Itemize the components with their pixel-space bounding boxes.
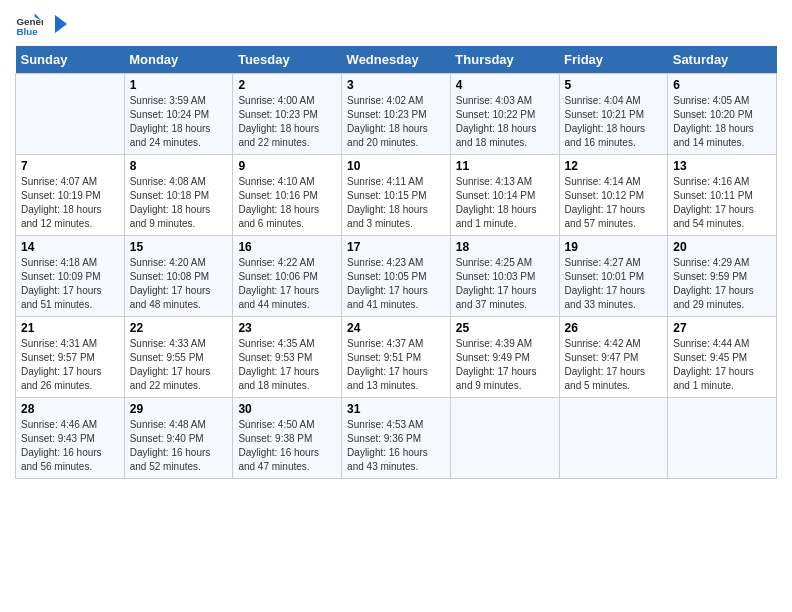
- weekday-header-wednesday: Wednesday: [342, 46, 451, 74]
- calendar-cell: 15Sunrise: 4:20 AM Sunset: 10:08 PM Dayl…: [124, 236, 233, 317]
- day-number: 30: [238, 402, 336, 416]
- day-number: 23: [238, 321, 336, 335]
- calendar-cell: 1Sunrise: 3:59 AM Sunset: 10:24 PM Dayli…: [124, 74, 233, 155]
- logo-icon: General Blue: [15, 10, 43, 38]
- day-number: 18: [456, 240, 554, 254]
- day-info: Sunrise: 4:10 AM Sunset: 10:16 PM Daylig…: [238, 175, 336, 231]
- day-number: 7: [21, 159, 119, 173]
- calendar-cell: 20Sunrise: 4:29 AM Sunset: 9:59 PM Dayli…: [668, 236, 777, 317]
- calendar-cell: 2Sunrise: 4:00 AM Sunset: 10:23 PM Dayli…: [233, 74, 342, 155]
- calendar-cell: 6Sunrise: 4:05 AM Sunset: 10:20 PM Dayli…: [668, 74, 777, 155]
- day-info: Sunrise: 4:02 AM Sunset: 10:23 PM Daylig…: [347, 94, 445, 150]
- day-info: Sunrise: 4:46 AM Sunset: 9:43 PM Dayligh…: [21, 418, 119, 474]
- day-info: Sunrise: 4:50 AM Sunset: 9:38 PM Dayligh…: [238, 418, 336, 474]
- calendar-cell: 17Sunrise: 4:23 AM Sunset: 10:05 PM Dayl…: [342, 236, 451, 317]
- day-info: Sunrise: 4:39 AM Sunset: 9:49 PM Dayligh…: [456, 337, 554, 393]
- calendar-cell: [16, 74, 125, 155]
- weekday-header-sunday: Sunday: [16, 46, 125, 74]
- day-number: 25: [456, 321, 554, 335]
- calendar-cell: 26Sunrise: 4:42 AM Sunset: 9:47 PM Dayli…: [559, 317, 668, 398]
- calendar-week-row: 28Sunrise: 4:46 AM Sunset: 9:43 PM Dayli…: [16, 398, 777, 479]
- calendar-cell: 31Sunrise: 4:53 AM Sunset: 9:36 PM Dayli…: [342, 398, 451, 479]
- day-number: 14: [21, 240, 119, 254]
- day-info: Sunrise: 4:35 AM Sunset: 9:53 PM Dayligh…: [238, 337, 336, 393]
- calendar-cell: 12Sunrise: 4:14 AM Sunset: 10:12 PM Dayl…: [559, 155, 668, 236]
- day-info: Sunrise: 4:11 AM Sunset: 10:15 PM Daylig…: [347, 175, 445, 231]
- calendar-cell: 16Sunrise: 4:22 AM Sunset: 10:06 PM Dayl…: [233, 236, 342, 317]
- day-info: Sunrise: 4:27 AM Sunset: 10:01 PM Daylig…: [565, 256, 663, 312]
- day-number: 20: [673, 240, 771, 254]
- weekday-header-row: SundayMondayTuesdayWednesdayThursdayFrid…: [16, 46, 777, 74]
- calendar-week-row: 21Sunrise: 4:31 AM Sunset: 9:57 PM Dayli…: [16, 317, 777, 398]
- day-number: 27: [673, 321, 771, 335]
- day-info: Sunrise: 4:25 AM Sunset: 10:03 PM Daylig…: [456, 256, 554, 312]
- calendar-table: SundayMondayTuesdayWednesdayThursdayFrid…: [15, 46, 777, 479]
- day-number: 26: [565, 321, 663, 335]
- day-info: Sunrise: 4:07 AM Sunset: 10:19 PM Daylig…: [21, 175, 119, 231]
- calendar-cell: 24Sunrise: 4:37 AM Sunset: 9:51 PM Dayli…: [342, 317, 451, 398]
- day-info: Sunrise: 4:53 AM Sunset: 9:36 PM Dayligh…: [347, 418, 445, 474]
- calendar-cell: [450, 398, 559, 479]
- day-number: 31: [347, 402, 445, 416]
- day-info: Sunrise: 4:20 AM Sunset: 10:08 PM Daylig…: [130, 256, 228, 312]
- day-info: Sunrise: 4:16 AM Sunset: 10:11 PM Daylig…: [673, 175, 771, 231]
- calendar-cell: 23Sunrise: 4:35 AM Sunset: 9:53 PM Dayli…: [233, 317, 342, 398]
- day-info: Sunrise: 3:59 AM Sunset: 10:24 PM Daylig…: [130, 94, 228, 150]
- day-info: Sunrise: 4:23 AM Sunset: 10:05 PM Daylig…: [347, 256, 445, 312]
- day-number: 6: [673, 78, 771, 92]
- day-info: Sunrise: 4:42 AM Sunset: 9:47 PM Dayligh…: [565, 337, 663, 393]
- calendar-cell: 11Sunrise: 4:13 AM Sunset: 10:14 PM Dayl…: [450, 155, 559, 236]
- day-info: Sunrise: 4:13 AM Sunset: 10:14 PM Daylig…: [456, 175, 554, 231]
- calendar-week-row: 1Sunrise: 3:59 AM Sunset: 10:24 PM Dayli…: [16, 74, 777, 155]
- calendar-cell: 22Sunrise: 4:33 AM Sunset: 9:55 PM Dayli…: [124, 317, 233, 398]
- day-info: Sunrise: 4:44 AM Sunset: 9:45 PM Dayligh…: [673, 337, 771, 393]
- calendar-cell: 18Sunrise: 4:25 AM Sunset: 10:03 PM Dayl…: [450, 236, 559, 317]
- page-header: General Blue: [15, 10, 777, 38]
- day-number: 9: [238, 159, 336, 173]
- calendar-cell: 14Sunrise: 4:18 AM Sunset: 10:09 PM Dayl…: [16, 236, 125, 317]
- calendar-cell: 8Sunrise: 4:08 AM Sunset: 10:18 PM Dayli…: [124, 155, 233, 236]
- day-number: 16: [238, 240, 336, 254]
- calendar-cell: 9Sunrise: 4:10 AM Sunset: 10:16 PM Dayli…: [233, 155, 342, 236]
- day-number: 11: [456, 159, 554, 173]
- calendar-cell: [559, 398, 668, 479]
- day-info: Sunrise: 4:00 AM Sunset: 10:23 PM Daylig…: [238, 94, 336, 150]
- day-info: Sunrise: 4:05 AM Sunset: 10:20 PM Daylig…: [673, 94, 771, 150]
- day-number: 8: [130, 159, 228, 173]
- day-number: 4: [456, 78, 554, 92]
- calendar-cell: 5Sunrise: 4:04 AM Sunset: 10:21 PM Dayli…: [559, 74, 668, 155]
- day-number: 17: [347, 240, 445, 254]
- day-number: 22: [130, 321, 228, 335]
- calendar-cell: 30Sunrise: 4:50 AM Sunset: 9:38 PM Dayli…: [233, 398, 342, 479]
- svg-text:Blue: Blue: [16, 26, 38, 37]
- logo-arrow-icon: [47, 13, 69, 35]
- day-number: 12: [565, 159, 663, 173]
- weekday-header-tuesday: Tuesday: [233, 46, 342, 74]
- day-number: 5: [565, 78, 663, 92]
- calendar-week-row: 14Sunrise: 4:18 AM Sunset: 10:09 PM Dayl…: [16, 236, 777, 317]
- day-info: Sunrise: 4:29 AM Sunset: 9:59 PM Dayligh…: [673, 256, 771, 312]
- day-number: 13: [673, 159, 771, 173]
- calendar-week-row: 7Sunrise: 4:07 AM Sunset: 10:19 PM Dayli…: [16, 155, 777, 236]
- day-number: 19: [565, 240, 663, 254]
- day-info: Sunrise: 4:33 AM Sunset: 9:55 PM Dayligh…: [130, 337, 228, 393]
- day-number: 21: [21, 321, 119, 335]
- calendar-cell: 21Sunrise: 4:31 AM Sunset: 9:57 PM Dayli…: [16, 317, 125, 398]
- weekday-header-saturday: Saturday: [668, 46, 777, 74]
- calendar-cell: 29Sunrise: 4:48 AM Sunset: 9:40 PM Dayli…: [124, 398, 233, 479]
- calendar-cell: 19Sunrise: 4:27 AM Sunset: 10:01 PM Dayl…: [559, 236, 668, 317]
- day-number: 24: [347, 321, 445, 335]
- day-number: 15: [130, 240, 228, 254]
- day-number: 3: [347, 78, 445, 92]
- calendar-cell: [668, 398, 777, 479]
- calendar-cell: 28Sunrise: 4:46 AM Sunset: 9:43 PM Dayli…: [16, 398, 125, 479]
- calendar-cell: 4Sunrise: 4:03 AM Sunset: 10:22 PM Dayli…: [450, 74, 559, 155]
- weekday-header-friday: Friday: [559, 46, 668, 74]
- day-number: 28: [21, 402, 119, 416]
- day-info: Sunrise: 4:14 AM Sunset: 10:12 PM Daylig…: [565, 175, 663, 231]
- calendar-cell: 25Sunrise: 4:39 AM Sunset: 9:49 PM Dayli…: [450, 317, 559, 398]
- day-number: 2: [238, 78, 336, 92]
- day-info: Sunrise: 4:37 AM Sunset: 9:51 PM Dayligh…: [347, 337, 445, 393]
- weekday-header-monday: Monday: [124, 46, 233, 74]
- logo: General Blue: [15, 10, 69, 38]
